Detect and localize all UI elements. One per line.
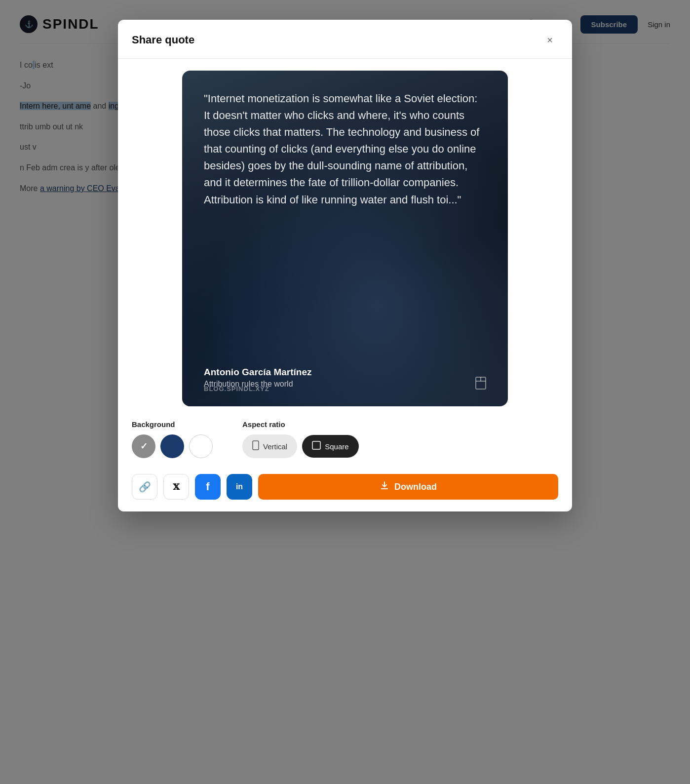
svg-rect-3: [253, 441, 259, 450]
facebook-button[interactable]: f: [195, 474, 221, 500]
background-label: Background: [132, 420, 213, 429]
check-icon: ✓: [140, 441, 148, 452]
facebook-icon: f: [206, 480, 209, 493]
modal-overlay: Share quote × "Internet monetization is …: [0, 0, 690, 784]
aspect-ratio-buttons: Vertical Square: [242, 434, 359, 458]
aspect-ratio-option-group: Aspect ratio Vertical Square: [242, 420, 359, 458]
svg-rect-4: [312, 441, 320, 449]
share-quote-modal: Share quote × "Internet monetization is …: [118, 20, 572, 511]
background-option-group: Background ✓: [132, 420, 213, 458]
copy-link-button[interactable]: 🔗: [132, 474, 157, 500]
download-label: Download: [394, 482, 437, 492]
quote-card: "Internet monetization is somewhat like …: [182, 71, 508, 406]
quote-site-url: BLOG.SPINDL.XYZ: [204, 385, 269, 392]
modal-body: "Internet monetization is somewhat like …: [118, 59, 572, 511]
link-icon: 🔗: [139, 481, 151, 493]
swatch-dark-blue[interactable]: [160, 434, 184, 458]
aspect-square-button[interactable]: Square: [302, 435, 358, 458]
aspect-ratio-label: Aspect ratio: [242, 420, 359, 429]
download-icon: [380, 481, 389, 493]
quote-text: "Internet monetization is somewhat like …: [204, 90, 486, 208]
swatch-white[interactable]: [189, 434, 213, 458]
swatch-gray[interactable]: ✓: [132, 434, 155, 458]
quote-card-inner: "Internet monetization is somewhat like …: [182, 71, 508, 406]
twitter-button[interactable]: 𝕏: [163, 474, 189, 500]
square-label: Square: [325, 442, 348, 451]
quote-text-area: "Internet monetization is somewhat like …: [204, 90, 486, 208]
vertical-icon: [252, 440, 259, 452]
options-row: Background ✓ Aspect ratio: [132, 420, 558, 458]
download-button[interactable]: Download: [258, 474, 558, 500]
square-icon: [312, 441, 321, 452]
modal-title: Share quote: [132, 34, 194, 46]
aspect-vertical-button[interactable]: Vertical: [242, 434, 297, 458]
background-swatches: ✓: [132, 434, 213, 458]
action-row: 🔗 𝕏 f in: [132, 472, 558, 500]
linkedin-icon: in: [236, 482, 243, 491]
modal-close-button[interactable]: ×: [541, 32, 558, 48]
bookmark-icon: [475, 377, 486, 392]
quote-author-name: Antonio García Martínez: [204, 367, 486, 378]
twitter-icon: 𝕏: [173, 482, 179, 492]
modal-header: Share quote ×: [118, 20, 572, 59]
vertical-label: Vertical: [263, 442, 287, 451]
linkedin-button[interactable]: in: [227, 474, 252, 500]
